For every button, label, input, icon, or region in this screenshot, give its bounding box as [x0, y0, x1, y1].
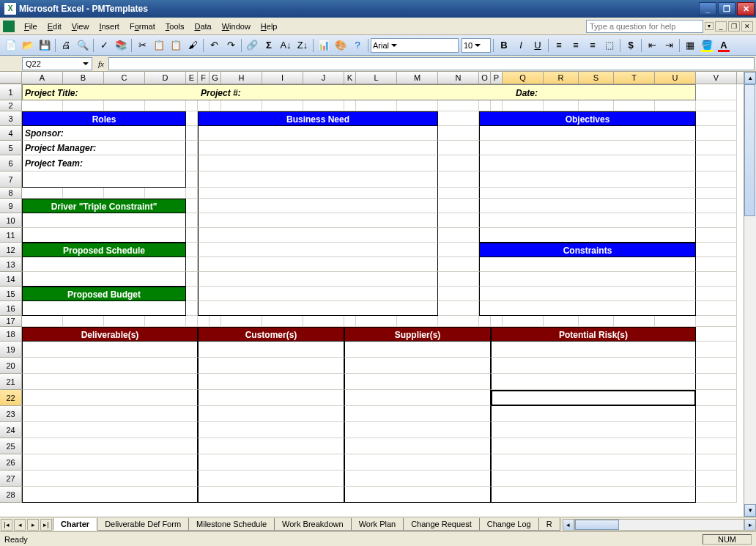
minimize-button[interactable]: _	[699, 2, 716, 15]
supplier-row-19[interactable]	[344, 342, 491, 358]
col-header-U[interactable]: U	[655, 72, 696, 84]
col-header-I[interactable]: I	[262, 72, 303, 84]
vertical-scrollbar[interactable]: ▴ ▾	[744, 72, 756, 517]
save-button[interactable]: 💾	[37, 37, 53, 54]
pm-label[interactable]: Project Manager:	[22, 141, 186, 155]
objectives-row-5[interactable]	[479, 141, 696, 155]
currency-button[interactable]: $	[623, 37, 639, 54]
spelling-button[interactable]: ✓	[96, 37, 112, 54]
increase-indent-button[interactable]: ⇥	[661, 37, 677, 54]
underline-button[interactable]: U	[530, 37, 546, 54]
deliverable-row-27[interactable]	[22, 471, 198, 487]
driver-row-10[interactable]	[22, 213, 186, 228]
risk-row-25[interactable]	[491, 438, 696, 454]
scroll-down-button[interactable]: ▾	[744, 504, 756, 517]
constraints-row-13[interactable]	[479, 257, 696, 272]
col-header-E[interactable]: E	[186, 72, 198, 84]
col-header-S[interactable]: S	[579, 72, 614, 84]
align-left-button[interactable]: ≡	[551, 37, 567, 54]
schedule-header[interactable]: Proposed Schedule	[22, 243, 186, 257]
objectives-row-4[interactable]	[479, 126, 696, 141]
suppliers-header[interactable]: Supplier(s)	[344, 327, 491, 342]
objectives-row-9[interactable]	[479, 199, 696, 213]
customer-row-23[interactable]	[198, 406, 344, 422]
decrease-indent-button[interactable]: ⇤	[644, 37, 660, 54]
budget-header[interactable]: Proposed Budget	[22, 287, 186, 301]
menu-format[interactable]: Format	[125, 21, 160, 32]
borders-button[interactable]: ▦	[682, 37, 698, 54]
col-header-H[interactable]: H	[221, 72, 262, 84]
row-header-10[interactable]: 10	[0, 213, 22, 228]
risk-row-24[interactable]	[491, 422, 696, 438]
risk-row-19[interactable]	[491, 342, 696, 358]
supplier-row-23[interactable]	[344, 406, 491, 422]
hyperlink-button[interactable]: 🔗	[244, 37, 260, 54]
undo-button[interactable]: ↶	[206, 37, 222, 54]
formula-input[interactable]	[108, 57, 755, 70]
tab-last-button[interactable]: ▸|	[40, 519, 52, 531]
col-header-G[interactable]: G	[210, 72, 221, 84]
row-header-9[interactable]: 9	[0, 199, 22, 213]
col-header-P[interactable]: P	[491, 72, 503, 84]
col-header-V[interactable]: V	[696, 72, 737, 84]
select-all-corner[interactable]	[0, 72, 22, 84]
objectives-row-7[interactable]	[479, 171, 696, 188]
roles-empty[interactable]	[22, 171, 186, 188]
deliverable-row-21[interactable]	[22, 374, 198, 390]
customers-header[interactable]: Customer(s)	[198, 327, 344, 342]
deliverable-row-23[interactable]	[22, 406, 198, 422]
col-header-K[interactable]: K	[344, 72, 356, 84]
row-header-18[interactable]: 18	[0, 327, 22, 342]
tab-first-button[interactable]: |◂	[1, 519, 12, 531]
col-header-T[interactable]: T	[614, 72, 655, 84]
italic-button[interactable]: I	[513, 37, 529, 54]
sheet-tab-work-breakdown[interactable]: Work Breakdown	[274, 518, 352, 531]
business-need-row-5[interactable]	[198, 141, 438, 155]
header-row[interactable]: Project Title:Project #:Date:	[22, 84, 696, 100]
supplier-row-20[interactable]	[344, 358, 491, 374]
sheet-tab-change-request[interactable]: Change Request	[403, 518, 480, 531]
hscroll-left-button[interactable]: ◂	[563, 519, 574, 531]
sort-asc-button[interactable]: A↓	[278, 37, 294, 54]
constraints-header[interactable]: Constraints	[479, 243, 696, 257]
row-header-13[interactable]: 13	[0, 257, 22, 272]
font-size-dropdown[interactable]: 10	[462, 38, 491, 53]
drawing-button[interactable]: 🎨	[333, 37, 349, 54]
scroll-up-button[interactable]: ▴	[744, 72, 756, 84]
col-header-M[interactable]: M	[397, 72, 438, 84]
vscroll-thumb[interactable]	[744, 84, 755, 216]
business-need-row-7[interactable]	[198, 171, 438, 188]
cut-button[interactable]: ✂	[134, 37, 150, 54]
col-header-N[interactable]: N	[438, 72, 479, 84]
row-header-12[interactable]: 12	[0, 243, 22, 257]
supplier-row-25[interactable]	[344, 438, 491, 454]
open-button[interactable]: 📂	[20, 37, 36, 54]
business-need-header[interactable]: Business Need	[198, 111, 438, 126]
row-header-7[interactable]: 7	[0, 171, 22, 188]
customer-row-28[interactable]	[198, 487, 344, 503]
maximize-button[interactable]: ❐	[718, 2, 735, 15]
sheet-tab-work-plan[interactable]: Work Plan	[351, 518, 404, 531]
print-preview-button[interactable]: 🔍	[75, 37, 91, 54]
row-header-5[interactable]: 5	[0, 141, 22, 155]
deliverable-row-22[interactable]	[22, 390, 198, 406]
supplier-row-28[interactable]	[344, 487, 491, 503]
customer-row-22[interactable]	[198, 390, 344, 406]
deliverable-row-28[interactable]	[22, 487, 198, 503]
row-header-27[interactable]: 27	[0, 471, 22, 487]
customer-row-20[interactable]	[198, 358, 344, 374]
col-header-Q[interactable]: Q	[503, 72, 544, 84]
row-header-21[interactable]: 21	[0, 374, 22, 390]
row-header-4[interactable]: 4	[0, 126, 22, 141]
customer-row-26[interactable]	[198, 454, 344, 471]
customer-row-19[interactable]	[198, 342, 344, 358]
hscroll-right-button[interactable]: ▸	[744, 519, 756, 531]
bold-button[interactable]: B	[496, 37, 512, 54]
col-header-F[interactable]: F	[198, 72, 210, 84]
menu-insert[interactable]: Insert	[94, 21, 125, 32]
row-header-20[interactable]: 20	[0, 358, 22, 374]
risk-row-21[interactable]	[491, 374, 696, 390]
supplier-row-21[interactable]	[344, 374, 491, 390]
row-header-6[interactable]: 6	[0, 155, 22, 171]
col-header-C[interactable]: C	[104, 72, 145, 84]
